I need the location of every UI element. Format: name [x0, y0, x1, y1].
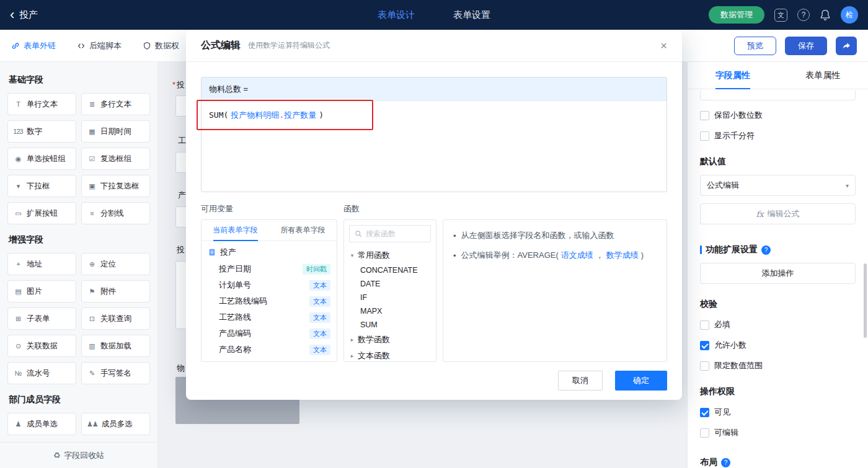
- default-value-select[interactable]: 公式编辑 ▾: [700, 175, 856, 196]
- field-button-data-load[interactable]: ▥数据加载: [81, 335, 150, 357]
- field-button-member-single[interactable]: ♟成员单选: [7, 413, 76, 435]
- panels: 当前表单字段 所有表单字段 投产 投产日期 时间戳 计划单号: [201, 219, 667, 362]
- tab-current-form-fields[interactable]: 当前表单字段: [202, 220, 269, 241]
- save-button[interactable]: 保存: [785, 37, 827, 55]
- bell-icon[interactable]: [820, 9, 831, 20]
- option-keep-decimal[interactable]: 保留小数位数: [700, 110, 856, 121]
- field-button-radio-group[interactable]: ◉单选按钮组: [7, 148, 76, 170]
- confirm-button[interactable]: 确定: [615, 371, 667, 391]
- example-field-token: 语文成绩: [561, 250, 593, 260]
- tab-form-properties[interactable]: 表单属性: [778, 62, 868, 89]
- variable-item[interactable]: 计划单号 文本: [202, 277, 337, 293]
- formula-field-token[interactable]: 投产物料明细.投产数量: [231, 110, 316, 120]
- option-editable[interactable]: 可编辑: [700, 427, 856, 438]
- field-label: 地址: [27, 259, 42, 270]
- option-thousand-separator[interactable]: 显示千分符: [700, 130, 856, 141]
- single-line-text-icon: T: [13, 100, 23, 108]
- function-item[interactable]: IF: [344, 291, 436, 304]
- dropdown-icon: ▾: [13, 182, 23, 190]
- field-button-location[interactable]: ⊕定位: [81, 253, 150, 275]
- formula-help-panel: • 从左侧面板选择字段名和函数，或输入函数 • 公式编辑举例：AVERAGE(语…: [443, 219, 667, 362]
- function-group-common[interactable]: ▾ 常用函数: [344, 247, 436, 263]
- field-button-multi-dropdown[interactable]: ▣下拉复选框: [81, 175, 150, 197]
- function-item[interactable]: MAPX: [344, 304, 436, 318]
- properties-tabs: 字段属性 表单属性: [688, 62, 868, 89]
- field-button-image[interactable]: ▤图片: [7, 280, 76, 302]
- cancel-button[interactable]: 取消: [558, 371, 603, 391]
- preview-button[interactable]: 预览: [734, 37, 776, 55]
- field-button-number[interactable]: 123数字: [7, 120, 76, 143]
- field-button-datetime[interactable]: ▦日期时间: [81, 120, 150, 143]
- tab-form-design[interactable]: 表单设计: [378, 9, 415, 21]
- checkbox[interactable]: [700, 111, 709, 120]
- function-group-math[interactable]: ▸ 数学函数: [344, 332, 436, 348]
- feature-extension-section: 功能扩展设置 ?: [700, 244, 856, 255]
- field-button-checkbox-group[interactable]: ☑复选框组: [81, 148, 150, 170]
- field-button-subform[interactable]: ⊞子表单: [7, 307, 76, 330]
- tab-form-settings[interactable]: 表单设置: [453, 9, 490, 21]
- variable-item[interactable]: 投产日期 时间戳: [202, 261, 337, 277]
- field-button-linked-query[interactable]: ⊡关联查询: [81, 307, 150, 330]
- variable-item[interactable]: 产品名称 文本: [202, 342, 337, 358]
- checkbox[interactable]: [700, 408, 709, 417]
- option-required[interactable]: 必填: [700, 319, 856, 330]
- avatar[interactable]: 检: [841, 6, 858, 24]
- field-button-linked-data[interactable]: ⊙关联数据: [7, 335, 76, 357]
- add-action-button[interactable]: 添加操作: [700, 263, 856, 284]
- variable-item[interactable]: 工艺路线编码 文本: [202, 293, 337, 309]
- help-icon[interactable]: ?: [797, 9, 810, 21]
- field-label: 定位: [100, 259, 116, 270]
- checkbox[interactable]: [700, 341, 709, 350]
- checkbox-label: 可编辑: [714, 427, 738, 438]
- function-item[interactable]: DATE: [344, 277, 436, 291]
- checkbox[interactable]: [700, 428, 709, 438]
- variable-item[interactable]: 工艺路线 文本: [202, 309, 337, 325]
- back-icon[interactable]: ‹: [10, 8, 14, 22]
- function-search[interactable]: [349, 225, 431, 242]
- toolbar-item-backend-script[interactable]: 后端脚本: [77, 40, 122, 51]
- field-button-attachment[interactable]: ⚑附件: [81, 280, 150, 302]
- formula-editor: 物料总数 = SUM(投产物料明细.投产数量): [201, 77, 667, 192]
- tab-all-form-fields[interactable]: 所有表单字段: [269, 220, 337, 241]
- checkbox[interactable]: [700, 131, 709, 141]
- function-search-input[interactable]: [366, 229, 425, 238]
- formula-input[interactable]: SUM(投产物料明细.投产数量): [202, 101, 666, 130]
- close-icon[interactable]: ×: [660, 40, 667, 51]
- translate-icon[interactable]: 文: [774, 9, 787, 22]
- option-allow-decimal[interactable]: 允许小数: [700, 340, 856, 351]
- checkbox[interactable]: [700, 361, 709, 371]
- edit-formula-button[interactable]: fx 编辑公式: [700, 203, 856, 224]
- question-icon[interactable]: ?: [721, 458, 730, 467]
- function-item[interactable]: CONCATENATE: [344, 263, 436, 277]
- field-button-dropdown[interactable]: ▾下拉框: [7, 175, 76, 197]
- field-recycle-bin[interactable]: ♻ 字段回收站: [0, 442, 157, 468]
- field-label: 多行文本: [100, 99, 131, 110]
- number-icon: 123: [13, 128, 23, 135]
- share-button[interactable]: [836, 37, 857, 55]
- scrollbar[interactable]: [864, 263, 867, 338]
- option-visible[interactable]: 可见: [700, 407, 856, 418]
- field-button-address[interactable]: ⌖地址: [7, 253, 76, 275]
- toolbar-item-form-link[interactable]: 表单外链: [11, 40, 56, 51]
- attachment-icon: ⚑: [87, 288, 97, 296]
- tab-field-properties[interactable]: 字段属性: [688, 62, 778, 89]
- variable-item[interactable]: 产品编码 文本: [202, 325, 337, 342]
- field-button-multi-line-text[interactable]: ≣多行文本: [81, 93, 150, 115]
- field-button-single-line-text[interactable]: T单行文本: [7, 93, 76, 115]
- field-button-serial-number[interactable]: №流水号: [7, 362, 76, 384]
- option-limit-range[interactable]: 限定数值范围: [700, 360, 856, 371]
- field-label: 关联查询: [100, 314, 131, 324]
- section-bar: [700, 245, 702, 254]
- function-group-text[interactable]: ▸ 文本函数: [344, 348, 436, 362]
- data-manage-button[interactable]: 数据管理: [709, 6, 764, 24]
- field-button-signature[interactable]: ✎手写签名: [81, 362, 150, 384]
- checkbox[interactable]: [700, 320, 709, 330]
- field-type-badge: 文本: [309, 345, 330, 355]
- question-icon[interactable]: ?: [761, 245, 771, 255]
- form-root-node[interactable]: 投产: [202, 241, 337, 261]
- field-button-extend-button[interactable]: ▭扩展按钮: [7, 202, 76, 224]
- function-item[interactable]: SUM: [344, 318, 436, 332]
- field-button-divider[interactable]: ≡分割线: [81, 202, 150, 224]
- field-button-member-multi[interactable]: ♟♟成员多选: [81, 413, 150, 435]
- toolbar-item-data-permission[interactable]: 数据权: [143, 40, 179, 51]
